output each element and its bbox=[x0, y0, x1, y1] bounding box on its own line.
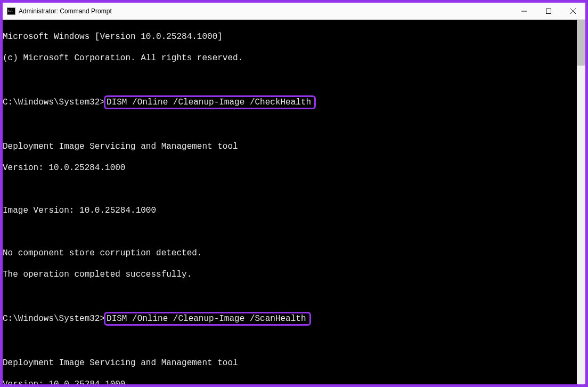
output-line: (c) Microsoft Corporation. All rights re… bbox=[3, 53, 577, 63]
prompt-line: C:\Windows\System32>DISM /Online /Cleanu… bbox=[3, 312, 577, 326]
cmd-icon: C:\ bbox=[7, 7, 15, 15]
scrollbar[interactable] bbox=[577, 20, 585, 384]
output-line: The operation completed successfully. bbox=[3, 269, 577, 280]
output-line bbox=[3, 227, 577, 237]
terminal-output[interactable]: Microsoft Windows [Version 10.0.25284.10… bbox=[3, 20, 577, 384]
output-line bbox=[3, 336, 577, 347]
window-title: Administrator: Command Prompt bbox=[19, 7, 112, 15]
window-controls bbox=[512, 3, 585, 19]
scrollbar-thumb[interactable] bbox=[577, 20, 585, 66]
prompt: C:\Windows\System32> bbox=[3, 98, 105, 107]
close-button[interactable] bbox=[561, 3, 585, 19]
prompt: C:\Windows\System32> bbox=[3, 314, 105, 324]
output-line bbox=[3, 291, 577, 301]
minimize-button[interactable] bbox=[512, 3, 536, 19]
output-line: Deployment Image Servicing and Managemen… bbox=[3, 358, 577, 368]
output-line bbox=[3, 184, 577, 195]
output-line: Version: 10.0.25284.1000 bbox=[3, 163, 577, 173]
output-line: Version: 10.0.25284.1000 bbox=[3, 379, 577, 384]
terminal-area: Microsoft Windows [Version 10.0.25284.10… bbox=[3, 20, 585, 384]
command-prompt-window: C:\ Administrator: Command Prompt Micros… bbox=[2, 2, 586, 385]
maximize-button[interactable] bbox=[536, 3, 561, 19]
highlighted-command: DISM /Online /Cleanup-Image /ScanHealth bbox=[104, 312, 311, 326]
output-line: Deployment Image Servicing and Managemen… bbox=[3, 141, 577, 152]
svg-text:C:\: C:\ bbox=[8, 9, 13, 13]
output-line: No component store corruption detected. bbox=[3, 248, 577, 259]
output-line: Microsoft Windows [Version 10.0.25284.10… bbox=[3, 31, 577, 42]
titlebar[interactable]: C:\ Administrator: Command Prompt bbox=[3, 3, 585, 20]
highlighted-command: DISM /Online /Cleanup-Image /CheckHealth bbox=[104, 95, 316, 109]
output-line bbox=[3, 120, 577, 131]
output-line: Image Version: 10.0.25284.1000 bbox=[3, 205, 577, 216]
prompt-line: C:\Windows\System32>DISM /Online /Cleanu… bbox=[3, 95, 577, 109]
svg-rect-3 bbox=[546, 9, 551, 13]
output-line bbox=[3, 74, 577, 85]
